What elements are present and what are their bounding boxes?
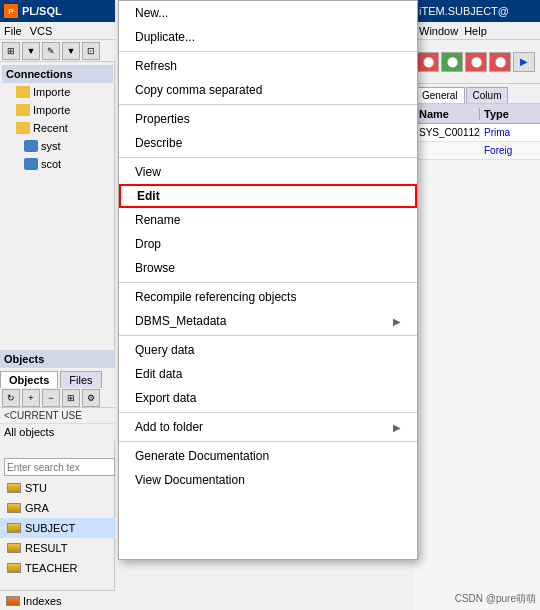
rt-btn-4[interactable]: ⬤ — [489, 52, 511, 72]
watermark: CSDN @pure萌萌 — [455, 592, 536, 606]
cell-type-1: Prima — [480, 127, 510, 138]
cm-duplicate[interactable]: Duplicate... — [119, 25, 417, 49]
db-icon-2 — [24, 158, 38, 170]
context-menu: New... Duplicate... Refresh Copy comma s… — [118, 0, 418, 560]
separator-7 — [119, 441, 417, 442]
folder-icon-2 — [16, 104, 30, 116]
objects-toolbar: ↻ + − ⊞ ⚙ — [0, 388, 115, 408]
tree-item-scot[interactable]: scot — [0, 155, 115, 173]
cm-add-folder[interactable]: Add to folder ▶ — [119, 415, 417, 439]
right-panel: iTEM.SUBJECT@ Window Help ⬤ ⬤ ⬤ ⬤ ▶ Gene… — [415, 0, 540, 610]
connections-label: Connections — [2, 65, 113, 83]
tree-item-recent[interactable]: Recent — [0, 119, 115, 137]
cm-drop[interactable]: Drop — [119, 232, 417, 256]
cm-browse[interactable]: Browse — [119, 256, 417, 280]
current-user-label: <CURRENT USE — [0, 408, 115, 424]
cm-recompile[interactable]: Recompile referencing objects — [119, 285, 417, 309]
rt-btn-1[interactable]: ⬤ — [417, 52, 439, 72]
list-item-stu[interactable]: STU — [0, 478, 115, 498]
cm-view[interactable]: View — [119, 160, 417, 184]
cm-rename[interactable]: Rename — [119, 208, 417, 232]
cm-edit[interactable]: Edit — [119, 184, 417, 208]
separator-4 — [119, 282, 417, 283]
cm-query[interactable]: Query data — [119, 338, 417, 362]
plsql-title: PL/SQL — [22, 5, 62, 17]
cm-export[interactable]: Export data — [119, 386, 417, 410]
table-icon-4 — [6, 542, 22, 554]
tree-item-import1[interactable]: Importe — [0, 83, 115, 101]
plsql-header: P PL/SQL — [0, 0, 115, 22]
tab-general[interactable]: General — [415, 87, 465, 103]
object-list: STU GRA SUBJECT RESULT TEACHER — [0, 478, 115, 578]
cm-gen-doc[interactable]: Generate Documentation — [119, 444, 417, 468]
col-name-header: Name — [415, 108, 480, 120]
obj-tb-btn-1[interactable]: ↻ — [2, 389, 20, 407]
folder-icon-3 — [16, 122, 30, 134]
obj-tb-btn-3[interactable]: − — [42, 389, 60, 407]
separator-1 — [119, 51, 417, 52]
tree-item-syst[interactable]: syst — [0, 137, 115, 155]
right-toolbar: ⬤ ⬤ ⬤ ⬤ ▶ — [415, 40, 540, 84]
list-item-result[interactable]: RESULT — [0, 538, 115, 558]
cell-name-1: SYS_C0011267 — [415, 127, 480, 138]
toolbar-btn-3[interactable]: ✎ — [42, 42, 60, 60]
table-row-1[interactable]: SYS_C0011267 Prima — [415, 124, 540, 142]
objects-panel-header: Objects — [0, 350, 115, 368]
vcs-menu[interactable]: VCS — [30, 25, 53, 37]
list-item-teacher[interactable]: TEACHER — [0, 558, 115, 578]
table-row-2[interactable]: Foreig — [415, 142, 540, 160]
cell-type-2: Foreig — [480, 145, 512, 156]
right-menu-bar: Window Help — [415, 22, 540, 40]
separator-5 — [119, 335, 417, 336]
table-icon-2 — [6, 502, 22, 514]
cm-copy-comma[interactable]: Copy comma separated — [119, 78, 417, 102]
tab-files[interactable]: Files — [60, 371, 101, 388]
file-menu[interactable]: File — [4, 25, 22, 37]
separator-2 — [119, 104, 417, 105]
connections-tree: Importe Importe Recent syst scot — [0, 83, 115, 173]
table-icon-5 — [6, 562, 22, 574]
obj-tb-btn-4[interactable]: ⊞ — [62, 389, 80, 407]
indexes-label: Indexes — [0, 590, 115, 610]
list-item-subject[interactable]: SUBJECT — [0, 518, 115, 538]
cm-view-doc[interactable]: View Documentation — [119, 468, 417, 492]
cm-describe[interactable]: Describe — [119, 131, 417, 155]
right-title-text: iTEM.SUBJECT@ — [419, 5, 509, 17]
folder-icon — [16, 86, 30, 98]
dbms-arrow: ▶ — [393, 316, 401, 327]
tab-colum[interactable]: Colum — [466, 87, 509, 103]
table-icon-1 — [6, 482, 22, 494]
plsql-icon: P — [4, 4, 18, 18]
cm-dbms[interactable]: DBMS_Metadata ▶ — [119, 309, 417, 333]
obj-tb-btn-2[interactable]: + — [22, 389, 40, 407]
table-icon-3 — [6, 522, 22, 534]
add-folder-arrow: ▶ — [393, 422, 401, 433]
help-menu[interactable]: Help — [464, 25, 487, 37]
right-title-bar: iTEM.SUBJECT@ — [415, 0, 540, 22]
list-item-gra[interactable]: GRA — [0, 498, 115, 518]
tree-item-import2[interactable]: Importe — [0, 101, 115, 119]
cm-new[interactable]: New... — [119, 1, 417, 25]
right-tabs: General Colum — [415, 84, 540, 104]
cm-properties[interactable]: Properties — [119, 107, 417, 131]
cm-refresh[interactable]: Refresh — [119, 54, 417, 78]
col-type-header: Type — [480, 108, 509, 120]
obj-tb-btn-5[interactable]: ⚙ — [82, 389, 100, 407]
toolbar-btn-5[interactable]: ⊡ — [82, 42, 100, 60]
cm-edit-data[interactable]: Edit data — [119, 362, 417, 386]
left-menu-bar: File VCS — [0, 22, 115, 40]
tab-objects[interactable]: Objects — [0, 371, 58, 388]
rt-btn-2[interactable]: ⬤ — [441, 52, 463, 72]
separator-6 — [119, 412, 417, 413]
search-input[interactable] — [4, 458, 115, 476]
rt-btn-5[interactable]: ▶ — [513, 52, 535, 72]
toolbar-btn-1[interactable]: ⊞ — [2, 42, 20, 60]
toolbar-btn-4[interactable]: ▼ — [62, 42, 80, 60]
window-menu[interactable]: Window — [419, 25, 458, 37]
indexes-icon — [6, 596, 20, 606]
all-objects-label[interactable]: All objects — [0, 424, 115, 440]
objects-tabs: Objects Files — [0, 368, 115, 388]
toolbar-btn-2[interactable]: ▼ — [22, 42, 40, 60]
rt-btn-3[interactable]: ⬤ — [465, 52, 487, 72]
table-header: Name Type — [415, 104, 540, 124]
